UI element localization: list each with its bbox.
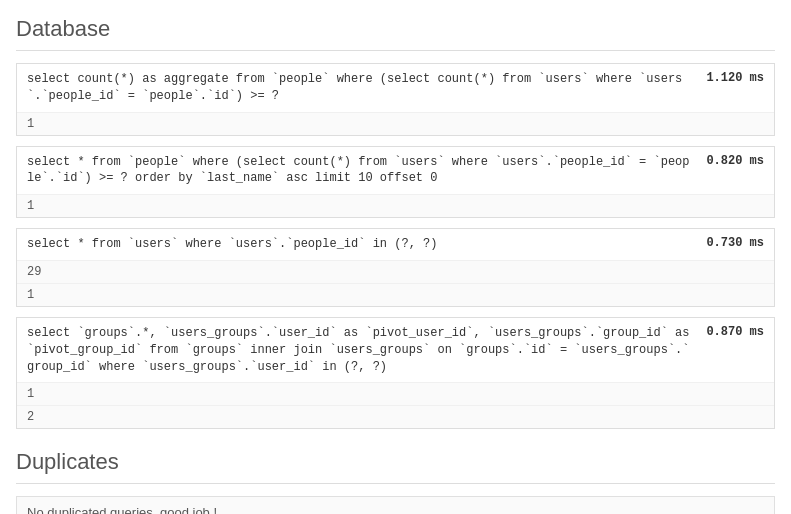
result-row-1-1: 1 — [17, 113, 774, 135]
query-text-3: select * from `users` where `users`.`peo… — [27, 236, 694, 253]
query-text-4: select `groups`.*, `users_groups`.`user_… — [27, 325, 694, 375]
duplicates-section-title: Duplicates — [16, 449, 775, 484]
duplicates-message: No duplicated queries, good job ! — [16, 496, 775, 514]
query-text-1: select count(*) as aggregate from `peopl… — [27, 71, 694, 105]
result-row-3-2: 1 — [17, 284, 774, 306]
queries-container: select count(*) as aggregate from `peopl… — [16, 63, 775, 429]
query-time-3: 0.730 ms — [706, 236, 764, 250]
result-row-4-2: 2 — [17, 406, 774, 428]
query-row-2: select * from `people` where (select cou… — [17, 147, 774, 196]
query-row-1: select count(*) as aggregate from `peopl… — [17, 64, 774, 113]
result-row-3-1: 29 — [17, 261, 774, 284]
result-row-4-1: 1 — [17, 383, 774, 406]
query-group-1: select count(*) as aggregate from `peopl… — [16, 63, 775, 136]
query-time-4: 0.870 ms — [706, 325, 764, 339]
query-text-2: select * from `people` where (select cou… — [27, 154, 694, 188]
query-group-3: select * from `users` where `users`.`peo… — [16, 228, 775, 307]
query-time-2: 0.820 ms — [706, 154, 764, 168]
query-group-2: select * from `people` where (select cou… — [16, 146, 775, 219]
query-time-1: 1.120 ms — [706, 71, 764, 85]
result-row-2-1: 1 — [17, 195, 774, 217]
duplicates-section: Duplicates No duplicated queries, good j… — [16, 449, 775, 514]
database-section-title: Database — [16, 16, 775, 51]
query-row-4: select `groups`.*, `users_groups`.`user_… — [17, 318, 774, 383]
query-row-3: select * from `users` where `users`.`peo… — [17, 229, 774, 261]
query-group-4: select `groups`.*, `users_groups`.`user_… — [16, 317, 775, 429]
